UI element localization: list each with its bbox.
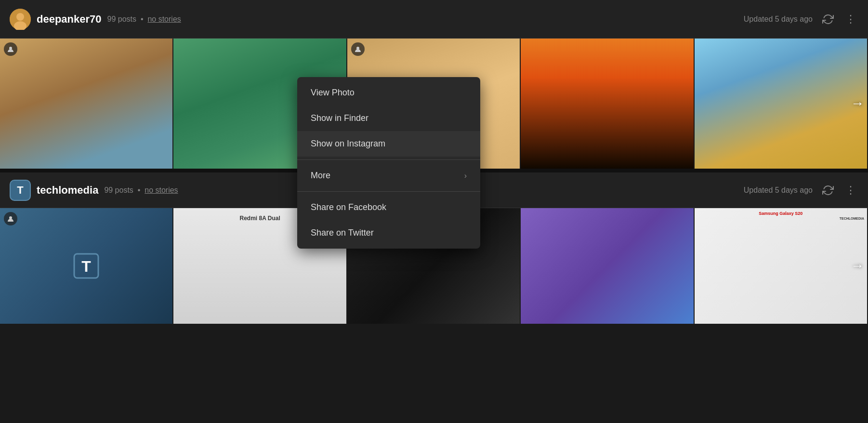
menu-section-top: View Photo Show in Finder Show on Instag… [297, 77, 480, 160]
photo-user-icon-2 [351, 42, 365, 56]
photo-item-2-4[interactable] [521, 208, 694, 324]
account-right-2: Updated 5 days ago ⋮ [744, 182, 858, 198]
menu-item-show-in-finder[interactable]: Show in Finder [297, 106, 480, 131]
menu-section-more: More › [297, 160, 480, 192]
avatar-deepanker70 [10, 9, 31, 30]
context-menu: View Photo Show in Finder Show on Instag… [297, 77, 480, 249]
account-meta-techlomedia: 99 posts • no stories [104, 186, 178, 195]
menu-item-show-on-instagram[interactable]: Show on Instagram [297, 131, 480, 157]
photo-item-1-5[interactable] [695, 39, 868, 169]
account-meta-deepanker70: 99 posts • no stories [107, 15, 181, 24]
no-stories-link-2[interactable]: no stories [145, 186, 178, 194]
account-right-1: Updated 5 days ago ⋮ [744, 11, 858, 27]
menu-section-share: Share on Facebook Share on Twitter [297, 192, 480, 249]
updated-text-2: Updated 5 days ago [744, 186, 813, 195]
refresh-button-2[interactable] [820, 183, 836, 198]
account-row-deepanker70: deepanker70 99 posts • no stories Update… [0, 0, 868, 39]
updated-text-1: Updated 5 days ago [744, 15, 813, 24]
refresh-button-1[interactable] [820, 12, 836, 27]
photo-user-icon-1 [4, 42, 17, 56]
scroll-right-arrow-2[interactable]: → [851, 258, 864, 274]
more-options-button-2[interactable]: ⋮ [843, 182, 858, 198]
menu-item-share-facebook[interactable]: Share on Facebook [297, 195, 480, 220]
account-name-techlomedia: techlomedia [37, 184, 98, 197]
photo-item-2-5[interactable]: Samsung Galaxy S20 TECHLOMEDIA [695, 208, 868, 324]
photo-item-2-1[interactable]: T [0, 208, 173, 324]
scroll-right-arrow-1[interactable]: → [851, 96, 864, 111]
no-stories-link-1[interactable]: no stories [147, 15, 181, 23]
svg-text:T: T [81, 258, 91, 275]
avatar-techlomedia: T [10, 180, 31, 201]
photo-user-icon-3 [4, 212, 17, 225]
menu-item-share-twitter[interactable]: Share on Twitter [297, 220, 480, 246]
photo-item-1-1[interactable] [0, 39, 173, 169]
more-options-button-1[interactable]: ⋮ [843, 11, 858, 27]
photo-item-1-4[interactable] [521, 39, 694, 169]
svg-point-1 [16, 13, 24, 21]
more-chevron-icon: › [464, 172, 467, 180]
account-name-deepanker70: deepanker70 [37, 13, 102, 26]
menu-item-more[interactable]: More › [297, 163, 480, 188]
menu-item-view-photo[interactable]: View Photo [297, 80, 480, 106]
